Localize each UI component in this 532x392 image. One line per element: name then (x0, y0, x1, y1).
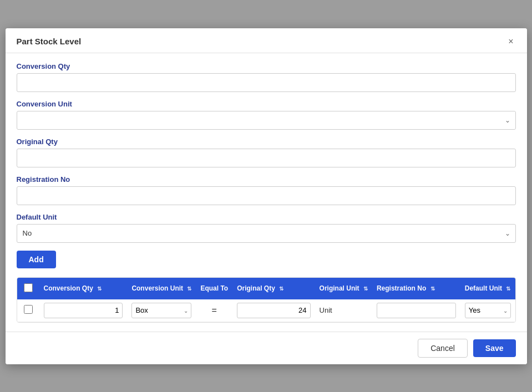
modal-overlay: Part Stock Level × Conversion Qty Conver… (0, 0, 532, 392)
th-original-qty: Original Qty ⇅ (232, 278, 315, 299)
modal-dialog: Part Stock Level × Conversion Qty Conver… (6, 28, 527, 364)
stock-table: Conversion Qty ⇅ Conversion Unit ⇅ Equal… (17, 278, 515, 322)
registration-no-label: Registration No (17, 175, 516, 184)
th-conversion-unit: Conversion Unit ⇅ (127, 278, 196, 299)
conversion-qty-group: Conversion Qty (17, 62, 516, 92)
conversion-qty-input[interactable] (17, 73, 516, 92)
default-unit-select-wrapper: No Yes ⌄ (17, 224, 516, 243)
sort-conversion-unit-icon[interactable]: ⇅ (187, 286, 191, 292)
modal-body: Conversion Qty Conversion Unit ⌄ Origina… (6, 53, 527, 332)
conversion-unit-select[interactable] (17, 111, 516, 130)
modal-header: Part Stock Level × (6, 28, 527, 53)
row-original-unit-cell: Unit (315, 299, 372, 322)
registration-no-group: Registration No (17, 175, 516, 205)
stock-table-container: Conversion Qty ⇅ Conversion Unit ⇅ Equal… (17, 277, 516, 323)
select-all-checkbox[interactable] (24, 283, 33, 292)
sort-original-unit-icon[interactable]: ⇅ (363, 286, 368, 292)
sort-default-unit-icon[interactable]: ⇅ (506, 286, 510, 292)
sort-original-qty-icon[interactable]: ⇅ (279, 286, 283, 292)
th-equal-to: Equal To (196, 278, 232, 299)
cancel-button[interactable]: Cancel (418, 339, 468, 358)
th-original-unit: Original Unit ⇅ (315, 278, 372, 299)
save-button[interactable]: Save (473, 339, 516, 357)
row-conversion-unit-wrapper: Box Unit ⌄ (131, 303, 191, 318)
row-checkbox-cell (17, 299, 39, 322)
row-conversion-qty-cell (39, 299, 128, 322)
sort-registration-no-icon[interactable]: ⇅ (430, 286, 435, 292)
row-default-unit-cell: Yes No ⌄ (460, 299, 515, 322)
equal-to-symbol: = (212, 306, 217, 315)
row-registration-no-input[interactable] (377, 303, 456, 318)
registration-no-input[interactable] (17, 186, 516, 205)
row-conversion-qty-input[interactable] (44, 303, 123, 318)
default-unit-select[interactable]: No Yes (17, 224, 516, 243)
default-unit-group: Default Unit No Yes ⌄ (17, 213, 516, 243)
row-original-unit-text: Unit (320, 306, 332, 314)
row-checkbox[interactable] (24, 305, 33, 314)
conversion-qty-label: Conversion Qty (17, 62, 516, 70)
conversion-unit-group: Conversion Unit ⌄ (17, 100, 516, 130)
conversion-unit-select-wrapper: ⌄ (17, 111, 516, 130)
modal-footer: Cancel Save (6, 332, 527, 364)
th-conversion-qty: Conversion Qty ⇅ (39, 278, 128, 299)
modal-title: Part Stock Level (17, 37, 82, 46)
row-default-unit-select[interactable]: Yes No (465, 303, 511, 318)
row-conversion-unit-cell: Box Unit ⌄ (127, 299, 196, 322)
default-unit-label: Default Unit (17, 213, 516, 221)
th-select-all (17, 278, 39, 299)
original-qty-group: Original Qty (17, 138, 516, 167)
original-qty-label: Original Qty (17, 138, 516, 146)
row-equal-to-cell: = (196, 299, 232, 322)
th-default-unit: Default Unit ⇅ (460, 278, 515, 299)
conversion-unit-label: Conversion Unit (17, 100, 516, 108)
table-body: Box Unit ⌄ = (17, 299, 515, 322)
add-button[interactable]: Add (17, 251, 56, 268)
table-header: Conversion Qty ⇅ Conversion Unit ⇅ Equal… (17, 278, 515, 299)
row-original-qty-input[interactable] (237, 303, 310, 318)
sort-conversion-qty-icon[interactable]: ⇅ (97, 286, 102, 292)
row-original-qty-cell (232, 299, 315, 322)
close-button[interactable]: × (506, 36, 515, 47)
table-row: Box Unit ⌄ = (17, 299, 515, 322)
original-qty-input[interactable] (17, 149, 516, 167)
row-default-unit-wrapper: Yes No ⌄ (465, 303, 511, 318)
row-conversion-unit-select[interactable]: Box Unit (131, 303, 191, 318)
th-registration-no: Registration No ⇅ (372, 278, 460, 299)
row-registration-no-cell (372, 299, 460, 322)
